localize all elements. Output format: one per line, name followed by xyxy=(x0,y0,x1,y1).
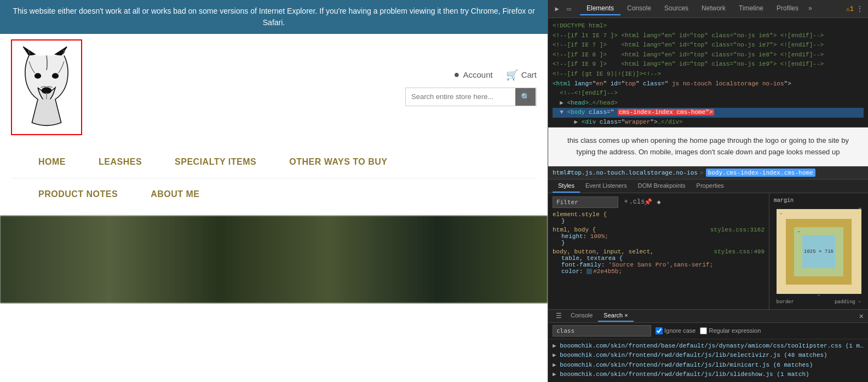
hero-image xyxy=(0,216,548,303)
tab-profiles[interactable]: Profiles xyxy=(770,2,805,15)
code-line-ie9: <!--[if IE 9 ]> <html lang="en" id="top"… xyxy=(553,60,864,70)
toolbar-icons: ▶ ▭ xyxy=(553,4,573,13)
website-panel: This website either doesn't work at all … xyxy=(0,0,548,382)
bottom-drag-icon[interactable]: ☰ xyxy=(553,310,565,322)
account-icon: ● xyxy=(454,69,460,80)
color-icon[interactable]: ◆ xyxy=(654,198,663,206)
more-options[interactable]: ⋮ xyxy=(856,4,864,14)
bottom-close-button[interactable]: ✕ xyxy=(859,311,864,321)
rule-table-textarea: table, textarea { xyxy=(553,255,764,262)
styles-tab-properties[interactable]: Properties xyxy=(691,180,729,193)
pin-icon[interactable]: 📌 xyxy=(643,198,652,206)
nav-about-me[interactable]: ABOUT ME xyxy=(134,184,216,205)
tab-network[interactable]: Network xyxy=(695,2,732,15)
result-item-2[interactable]: booomchik.com/skin/frontend/rwd/default/… xyxy=(553,351,864,361)
ignore-case-checkbox[interactable] xyxy=(656,327,663,334)
bottom-tab-console[interactable]: Console xyxy=(565,310,598,322)
style-rule-element: element.style { } xyxy=(553,211,764,224)
box-padding: − 1025 × 716 xyxy=(794,227,843,276)
result-item-4[interactable]: booomchik.com/skin/frontend/rwd/default/… xyxy=(553,370,864,380)
style-rule-body-btn: body, button, input, select, styles.css:… xyxy=(553,248,764,275)
account-label: Account xyxy=(463,70,492,79)
rule-height: height: 100%; xyxy=(553,233,764,240)
box-content-size: 1025 × 716 xyxy=(804,249,833,254)
rule-source-html-body[interactable]: styles.css:3162 xyxy=(710,227,764,233)
styles-right: margin − − − xyxy=(769,193,868,309)
cart-link[interactable]: 🛒 Cart xyxy=(506,69,537,81)
highlighted-class: cms-index-index cms-home"> xyxy=(618,109,714,115)
code-line-head: ▶ <head>…</head> xyxy=(553,99,864,108)
breadcrumb-body[interactable]: body.cms-index-index.cms-home xyxy=(706,169,815,177)
styles-tab-styles[interactable]: Styles xyxy=(553,180,580,193)
filter-input[interactable] xyxy=(553,196,618,208)
cls-label[interactable]: .cls xyxy=(633,198,641,206)
svg-marker-1 xyxy=(55,47,67,55)
result-item-1[interactable]: booomchik.com/skin/frontend/base/default… xyxy=(553,342,864,351)
code-line-endif: <!--<![endif]--> xyxy=(553,89,864,99)
devtools-panel: ▶ ▭ Elements Console Sources Network Tim… xyxy=(548,0,868,382)
bottom-tab-search[interactable]: Search × xyxy=(598,310,633,322)
tab-elements[interactable]: Elements xyxy=(580,2,620,15)
box-model: − − 1025 × 716 xyxy=(775,213,863,291)
svg-marker-0 xyxy=(23,47,35,55)
result-item-3[interactable]: booomchik.com/skin/frontend/rwd/default/… xyxy=(553,361,864,371)
regex-checkbox[interactable] xyxy=(700,327,707,334)
rule-color: color: #2e4b5b; xyxy=(553,268,764,275)
box-border: − 1025 × 716 xyxy=(786,219,852,285)
search-input[interactable] xyxy=(406,88,515,105)
box-label-padding-text: padding − xyxy=(835,299,861,305)
elements-view: <!DOCTYPE html> <!--[if lt IE 7 ]> <html… xyxy=(548,18,868,128)
search-button[interactable]: 🔍 xyxy=(515,88,536,106)
inspect-icon[interactable]: ▶ xyxy=(553,4,561,13)
cart-label: Cart xyxy=(521,70,537,79)
nav-home[interactable]: HOME xyxy=(22,152,82,172)
styles-left: + .cls 📌 ◆ element.style { } html, body … xyxy=(548,193,769,309)
devtools-bottom: ☰ Console Search × ✕ Ignore case Regular… xyxy=(548,309,868,382)
devtools-breadcrumb: html#top.js.no-touch.localstorage.no-ios… xyxy=(548,166,868,180)
search-options: Ignore case Regular expression xyxy=(656,327,761,334)
ignore-case-option[interactable]: Ignore case xyxy=(656,327,695,334)
account-link[interactable]: ● Account xyxy=(454,69,493,80)
nav-other-ways[interactable]: OTHER WAYS TO BUY xyxy=(273,152,404,172)
rule-selector-body-btn: body, button, input, select, xyxy=(553,248,654,255)
bottom-search-input[interactable] xyxy=(553,325,651,337)
nav-specialty[interactable]: SPECIALTY ITEMS xyxy=(158,152,273,172)
nav-leashes[interactable]: LEASHES xyxy=(82,152,158,172)
svg-point-2 xyxy=(42,88,51,94)
box-margin-label: − xyxy=(780,211,783,217)
code-line-ie6: <!--[if lt IE 7 ]> <html lang="en" id="t… xyxy=(553,31,864,41)
secondary-nav: PRODUCT NOTES ABOUT ME xyxy=(11,178,537,210)
comment-text: this class comes up when opening the hom… xyxy=(567,136,849,156)
breadcrumb-html[interactable]: html#top.js.no-touch.localstorage.no-ios xyxy=(553,169,698,176)
header-links: ● Account 🛒 Cart xyxy=(454,69,537,81)
styles-tabs: Styles Event Listeners DOM Breakpoints P… xyxy=(548,180,868,193)
code-line-body[interactable]: ▼ <body class=" cms-index-index cms-home… xyxy=(553,108,864,118)
regex-option[interactable]: Regular expression xyxy=(700,327,761,334)
header-right: ● Account 🛒 Cart 🔍 xyxy=(405,69,537,106)
device-icon[interactable]: ▭ xyxy=(565,4,573,13)
results-list: booomchik.com/skin/frontend/base/default… xyxy=(548,339,868,382)
rule-selector-element: element.style { xyxy=(553,211,607,218)
box-content: 1025 × 716 xyxy=(802,235,835,268)
logo-container xyxy=(11,39,82,135)
devtools-toolbar: ▶ ▭ Elements Console Sources Network Tim… xyxy=(548,0,868,18)
box-label-left: border xyxy=(777,299,794,305)
tab-console[interactable]: Console xyxy=(620,2,658,15)
styles-content: + .cls 📌 ◆ element.style { } html, body … xyxy=(548,193,868,309)
nav-product-notes[interactable]: PRODUCT NOTES xyxy=(22,184,134,205)
code-line-wrapper: ▶ <div class="wrapper">…</div> xyxy=(553,118,864,128)
rule-source-body-btn[interactable]: styles.css:499 xyxy=(714,248,764,255)
code-line-gt-ie9: <!--[if (gt IE 9)|!(IE)]><!--> xyxy=(553,70,864,79)
search-row: Ignore case Regular expression xyxy=(548,323,868,339)
box-side-labels: border padding − xyxy=(777,299,861,305)
tab-sources[interactable]: Sources xyxy=(658,2,695,15)
site-header: ● Account 🛒 Cart 🔍 HOME LEASHES SPECIALT xyxy=(0,34,548,210)
devtools-tabs: Elements Console Sources Network Timelin… xyxy=(580,2,842,15)
styles-tab-event-listeners[interactable]: Event Listeners xyxy=(580,180,633,193)
tab-timeline[interactable]: Timeline xyxy=(732,2,770,15)
styles-tab-dom-breakpoints[interactable]: DOM Breakpoints xyxy=(633,180,691,193)
rule-close2: } xyxy=(553,240,764,246)
box-margin: − − 1025 × 716 xyxy=(777,209,861,294)
rule-prop-close1: } xyxy=(553,218,764,224)
tab-more[interactable]: » xyxy=(805,3,815,15)
